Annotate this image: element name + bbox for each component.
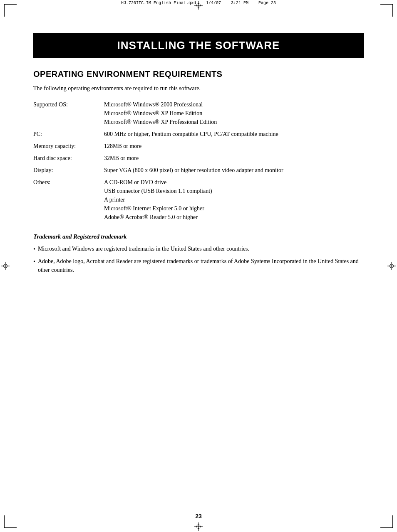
req-value-hd: 32MB or more bbox=[104, 152, 364, 164]
bullet-icon-2: • bbox=[33, 257, 35, 266]
table-row: Memory capacity: 128MB or more bbox=[33, 140, 364, 152]
req-value-os: Microsoft® Windows® 2000 Professional Mi… bbox=[104, 99, 364, 128]
trademark-item-2: • Adobe, Adobe logo, Acrobat and Reader … bbox=[33, 257, 364, 274]
page-container: HJ-720ITC-IM English Final.qxd 1/4/07 3:… bbox=[0, 0, 397, 532]
intro-text: The following operating environments are… bbox=[33, 84, 364, 93]
req-value-display: Super VGA (800 x 600 pixel) or higher re… bbox=[104, 164, 364, 176]
crosshair-left bbox=[1, 262, 10, 270]
req-label-memory: Memory capacity: bbox=[33, 140, 104, 152]
req-label-os: Supported OS: bbox=[33, 99, 104, 128]
corner-mark-bottom-left bbox=[4, 515, 17, 528]
bullet-icon-1: • bbox=[33, 245, 35, 254]
req-label-pc: PC: bbox=[33, 128, 104, 140]
section-heading: OPERATING ENVIRONMENT REQUIREMENTS bbox=[33, 69, 364, 79]
meta-page: Page 23 bbox=[258, 1, 276, 5]
page-title: INSTALLING THE SOFTWARE bbox=[42, 39, 355, 52]
req-value-memory: 128MB or more bbox=[104, 140, 364, 152]
trademark-text-1: Microsoft and Windows are registered tra… bbox=[38, 244, 364, 253]
table-row: Others: A CD-ROM or DVD drive USB connec… bbox=[33, 176, 364, 223]
req-value-pc: 600 MHz or higher, Pentium compatible CP… bbox=[104, 128, 364, 140]
trademark-item-1: • Microsoft and Windows are registered t… bbox=[33, 244, 364, 254]
top-meta: HJ-720ITC-IM English Final.qxd 1/4/07 3:… bbox=[0, 0, 397, 5]
corner-mark-top-right bbox=[380, 4, 393, 17]
requirements-table: Supported OS: Microsoft® Windows® 2000 P… bbox=[33, 99, 364, 223]
main-content: INSTALLING THE SOFTWARE OPERATING ENVIRO… bbox=[33, 33, 364, 507]
meta-date: 1/4/07 bbox=[206, 1, 221, 5]
req-label-display: Display: bbox=[33, 164, 104, 176]
req-label-others: Others: bbox=[33, 176, 104, 223]
table-row: PC: 600 MHz or higher, Pentium compatibl… bbox=[33, 128, 364, 140]
corner-mark-top-left bbox=[4, 4, 17, 17]
corner-mark-bottom-right bbox=[380, 515, 393, 528]
trademark-text-2: Adobe, Adobe logo, Acrobat and Reader ar… bbox=[38, 257, 364, 274]
table-row: Hard disc space: 32MB or more bbox=[33, 152, 364, 164]
req-label-hd: Hard disc space: bbox=[33, 152, 104, 164]
req-value-others: A CD-ROM or DVD drive USB connector (USB… bbox=[104, 176, 364, 223]
meta-filename: HJ-720ITC-IM English Final.qxd bbox=[121, 1, 196, 5]
page-number: 23 bbox=[195, 513, 202, 520]
crosshair-bottom bbox=[194, 522, 203, 531]
table-row: Supported OS: Microsoft® Windows® 2000 P… bbox=[33, 99, 364, 128]
crosshair-right bbox=[387, 262, 396, 270]
table-row: Display: Super VGA (800 x 600 pixel) or … bbox=[33, 164, 364, 176]
title-banner: INSTALLING THE SOFTWARE bbox=[33, 33, 364, 58]
meta-time: 3:21 PM bbox=[231, 1, 248, 5]
trademark-section: Trademark and Registered trademark • Mic… bbox=[33, 233, 364, 274]
trademark-heading: Trademark and Registered trademark bbox=[33, 233, 364, 240]
